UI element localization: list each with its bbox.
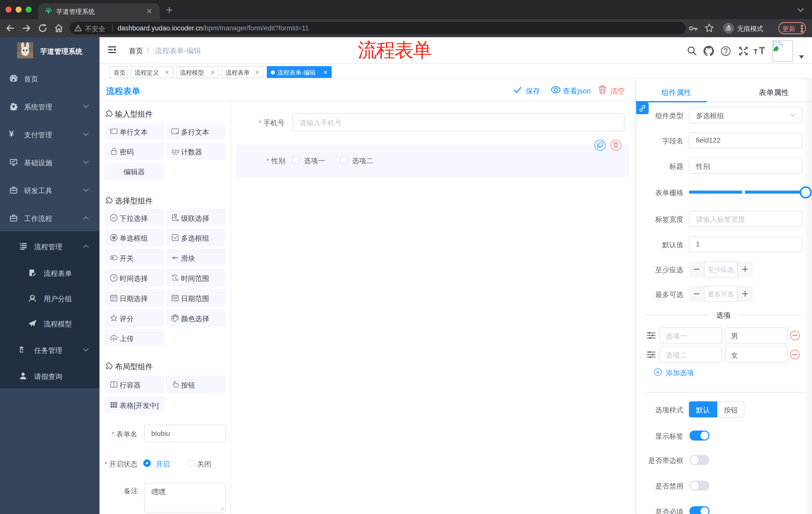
svg-text:123: 123 — [171, 148, 179, 154]
